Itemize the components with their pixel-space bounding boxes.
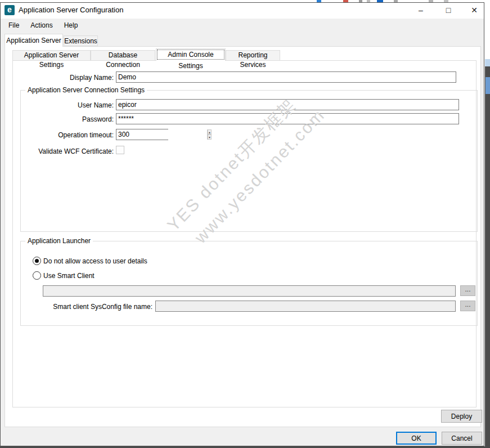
background-window-pane (485, 66, 490, 448)
tab-application-server-settings[interactable]: Application Server Settings (12, 50, 91, 61)
user-name-label: User Name: (20, 101, 114, 109)
browse-path-button: ... (460, 285, 475, 296)
connection-settings-group-title: Application Server Connection Settings (25, 86, 147, 94)
radio-use-smart-client-label[interactable]: Use Smart Client (43, 272, 95, 280)
smart-client-path-input (43, 285, 456, 297)
menu-actions[interactable]: Actions (25, 19, 58, 33)
sysconfig-input (155, 301, 456, 312)
maximize-button[interactable]: □ (439, 4, 458, 16)
tab-reporting-services[interactable]: Reporting Services (226, 50, 280, 61)
validate-wcf-label: Validate WCF Certificate: (20, 147, 114, 155)
menu-help[interactable]: Help (59, 19, 84, 33)
ok-button[interactable]: OK (396, 432, 437, 445)
spinner-buttons: ▲ ▼ (207, 129, 212, 140)
minimize-button[interactable]: – (411, 4, 430, 16)
radio-no-user-details-label[interactable]: Do not allow access to user details (43, 257, 147, 265)
tab-application-server[interactable]: Application Server (5, 34, 63, 47)
display-name-label: Display Name: (20, 74, 114, 82)
background-window-edge (485, 0, 490, 448)
background-scrollbar-thumb (485, 77, 490, 94)
radio-no-user-details[interactable] (33, 257, 41, 265)
password-input[interactable] (116, 113, 459, 124)
display-name-input[interactable] (116, 71, 456, 83)
deploy-button[interactable]: Deploy (441, 410, 482, 423)
tab-admin-console-settings[interactable]: Admin Console Settings (156, 48, 226, 61)
close-button[interactable]: ✕ (465, 4, 484, 16)
menu-bar: File Actions Help (1, 19, 484, 33)
connection-settings-group: Application Server Connection Settings (20, 90, 478, 232)
radio-use-smart-client[interactable] (33, 271, 41, 280)
menu-file[interactable]: File (3, 19, 25, 33)
cancel-button[interactable]: Cancel (442, 432, 482, 445)
operation-timeout-label: Operation timeout: (20, 131, 114, 139)
window-title: Application Server Configuration (19, 6, 123, 14)
user-name-input[interactable] (116, 99, 459, 110)
background-window-strip (485, 59, 490, 66)
spin-up-icon[interactable]: ▲ (208, 129, 212, 135)
application-launcher-group: Application Launcher (20, 241, 478, 326)
tab-database-connection[interactable]: Database Connection (91, 50, 155, 61)
spin-down-icon[interactable]: ▼ (208, 135, 212, 140)
epicor-app-icon: e (5, 5, 15, 15)
sysconfig-label: Smart client SysConfig file name: (43, 303, 152, 311)
application-launcher-group-title: Application Launcher (25, 237, 93, 245)
browse-sysconfig-button: ... (460, 301, 475, 311)
operation-timeout-input[interactable] (116, 129, 207, 140)
tab-extensions[interactable]: Extensions (64, 35, 98, 46)
validate-wcf-checkbox[interactable] (116, 146, 124, 154)
operation-timeout-spinner[interactable]: ▲ ▼ (116, 129, 168, 140)
password-label: Password: (20, 115, 114, 123)
